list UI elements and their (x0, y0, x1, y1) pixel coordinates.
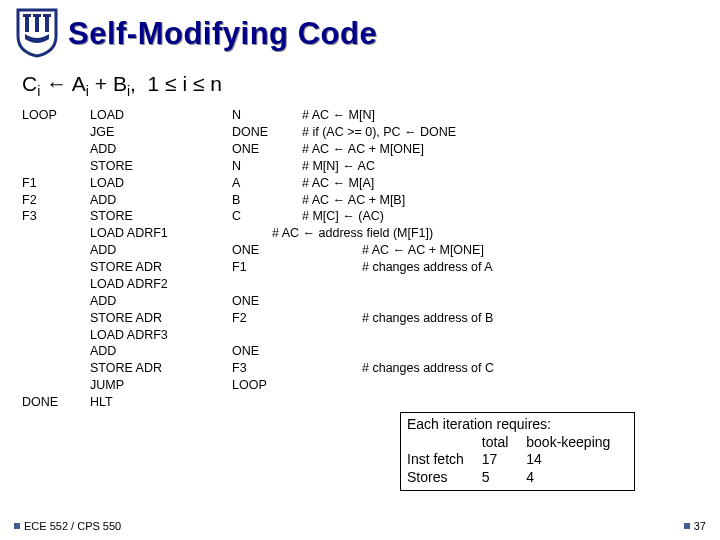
code-row: LOAD ADRF2 (22, 276, 720, 293)
code-row: LOAD ADRF3 (22, 327, 720, 344)
slide-title: Self-Modifying Code (68, 16, 377, 52)
code-row: ADDONE (22, 343, 720, 360)
code-row: ADDONE# AC ← AC + M[ONE] (22, 242, 720, 259)
code-row: JGEDONE# if (AC >= 0), PC ← DONE (22, 124, 720, 141)
shield-logo-icon (14, 6, 60, 62)
code-row: DONEHLT (22, 394, 720, 411)
code-row: JUMPLOOP (22, 377, 720, 394)
code-row: STORE ADRF2# changes address of B (22, 310, 720, 327)
code-row: STORE ADRF3# changes address of C (22, 360, 720, 377)
svg-rect-3 (23, 14, 31, 17)
code-listing: LOOPLOADN# AC ← M[N]JGEDONE# if (AC >= 0… (0, 105, 720, 411)
code-row: STORE ADRF1# changes address of A (22, 259, 720, 276)
bullet-icon (684, 523, 690, 529)
bullet-icon (14, 523, 20, 529)
eachbox-lead: Each iteration requires: (407, 416, 628, 434)
iteration-cost-box: Each iteration requires: total book-keep… (400, 412, 635, 491)
code-row: LOOPLOADN# AC ← M[N] (22, 107, 720, 124)
footer-left: ECE 552 / CPS 550 (14, 520, 121, 532)
code-row: F1LOADA# AC ← M[A] (22, 175, 720, 192)
svg-rect-4 (33, 14, 41, 17)
svg-rect-5 (43, 14, 51, 17)
code-row: F3STOREC# M[C] ← (AC) (22, 208, 720, 225)
svg-rect-2 (45, 16, 49, 32)
code-row: STOREN# M[N] ← AC (22, 158, 720, 175)
code-row: ADDONE# AC ← AC + M[ONE] (22, 141, 720, 158)
code-row: ADDONE (22, 293, 720, 310)
code-row: F2ADDB# AC ← AC + M[B] (22, 192, 720, 209)
svg-rect-1 (35, 16, 39, 32)
footer-page-number: 37 (684, 520, 706, 532)
code-row: LOAD ADRF1# AC ← address field (M[F1]) (22, 225, 720, 242)
formula-line: Ci ← Ai + Bi, 1 ≤ i ≤ n (0, 62, 720, 105)
svg-rect-0 (25, 16, 29, 32)
